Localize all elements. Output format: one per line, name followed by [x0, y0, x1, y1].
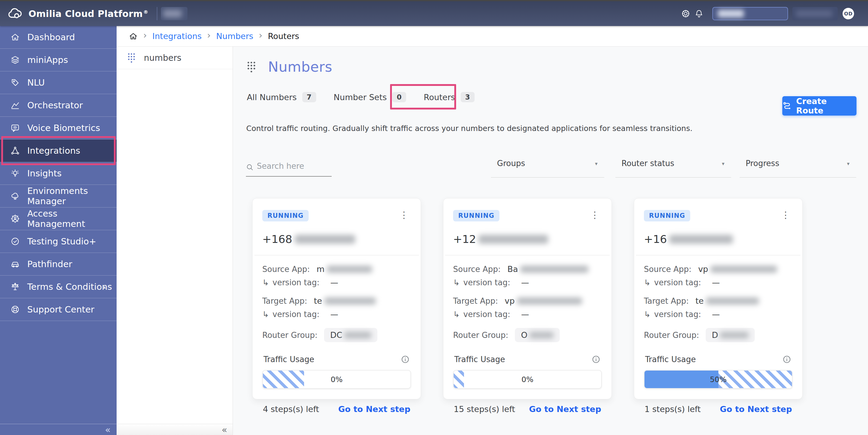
tab-count-badge: 7 [302, 92, 316, 102]
redacted-app-name [324, 297, 376, 305]
traffic-usage-label: Traffic Usage [264, 355, 314, 364]
redacted-group-name [720, 332, 749, 338]
tab-routers[interactable]: Routers 3 [424, 92, 474, 102]
version-tag-value: — [331, 278, 338, 287]
groups-select[interactable]: Groups ▾ [491, 159, 604, 177]
omilia-cloud-logo-icon [7, 7, 23, 20]
router-group-chip: DC [324, 328, 377, 342]
sidebar-item-pathfinder[interactable]: Pathfinder [0, 253, 117, 276]
target-app-label: Target App: [262, 297, 307, 305]
version-tag-label: version tag: [273, 310, 319, 319]
progress-select[interactable]: Progress ▾ [740, 159, 856, 177]
progress-percent: 0% [263, 371, 410, 388]
go-to-next-step-link[interactable]: Go to Next step [529, 404, 601, 414]
route-icon [782, 101, 792, 111]
kebab-menu-icon[interactable]: ⋮ [397, 210, 411, 220]
environment-selector[interactable] [712, 7, 788, 20]
sidebar-item-dashboard[interactable]: Dashboard [0, 26, 117, 49]
traffic-usage-label: Traffic Usage [645, 355, 696, 364]
redacted-group-name [529, 332, 554, 338]
search-input[interactable] [246, 162, 332, 177]
breadcrumb-link-numbers[interactable]: Numbers [216, 31, 253, 41]
dropdown-arrow-icon: ▾ [847, 161, 849, 167]
traffic-progress-bar: 0% [453, 370, 602, 389]
version-tag-value: — [521, 278, 529, 287]
notifications-bell-icon[interactable] [692, 7, 706, 20]
version-tag-row: ↳ version tag: — [644, 310, 793, 319]
sidebar-item-integrations[interactable]: Integrations [0, 139, 117, 162]
redacted-app-name [711, 266, 777, 273]
steps-left: 4 steps(s) left [263, 404, 319, 414]
redacted-app-name [706, 297, 759, 305]
version-tag-row: ↳ version tag: — [644, 278, 793, 287]
breadcrumb-home-icon[interactable] [129, 32, 138, 41]
help-icon[interactable] [679, 7, 692, 20]
phone-number: +168 [262, 233, 411, 245]
kebab-menu-icon[interactable]: ⋮ [588, 210, 602, 220]
target-app-value: te [695, 296, 759, 305]
redacted-environment-name [718, 10, 744, 18]
source-app-value: m [316, 264, 372, 274]
secondary-sidebar-collapse-button[interactable]: « [117, 424, 232, 435]
branch-arrow-icon: ↳ [262, 278, 269, 287]
router-card: RUNNING ⋮ +12 Source App: Ba ↳ version t… [443, 198, 612, 399]
sidebar-item-nlu[interactable]: NLU [0, 71, 117, 94]
branch-arrow-icon: ↳ [262, 310, 269, 319]
breadcrumb-link-integrations[interactable]: Integrations [152, 31, 202, 41]
sidebar-item-testing-studio[interactable]: Testing Studio+ [0, 230, 117, 253]
tab-all-numbers[interactable]: All Numbers 7 [247, 92, 316, 102]
sidebar-item-orchestrator[interactable]: Orchestrator [0, 94, 117, 117]
tab-number-sets[interactable]: Number Sets 0 [334, 92, 406, 102]
create-route-button[interactable]: Create Route [782, 96, 857, 115]
dialpad-icon [246, 60, 256, 73]
sidebar-item-label: miniApps [27, 55, 68, 65]
router-card: RUNNING ⋮ +168 Source App: m ↳ version t… [252, 198, 421, 399]
version-tag-row: ↳ version tag: — [262, 278, 411, 287]
kebab-menu-icon[interactable]: ⋮ [779, 210, 793, 220]
sidebar-item-miniapps[interactable]: miniApps [0, 49, 117, 71]
top-navbar: Omilia Cloud Platform® OD [0, 0, 868, 26]
search-box [246, 162, 332, 177]
redacted-phone [669, 235, 733, 244]
brand-title: Omilia Cloud Platform® [28, 8, 148, 19]
sidebar-item-label: Environments Manager [27, 186, 117, 206]
source-app-row: Source App: Ba [453, 264, 602, 274]
sidebar-item-insights[interactable]: Insights [0, 162, 117, 185]
page-description: Control traffic routing. Gradually shift… [246, 124, 692, 133]
sidebar-item-access-management[interactable]: Access Management [0, 207, 117, 230]
card-footer: 1 steps(s) left Go to Next step [644, 404, 793, 414]
router-status-select[interactable]: Router status ▾ [615, 159, 731, 177]
branch-arrow-icon: ↳ [644, 278, 651, 287]
info-icon[interactable] [591, 355, 600, 364]
steps-left: 15 steps(s) left [454, 404, 515, 414]
redacted-group-name [344, 332, 371, 338]
sidebar-item-support-center[interactable]: Support Center [0, 298, 117, 321]
breadcrumb-current-routers: Routers [268, 31, 299, 41]
go-to-next-step-link[interactable]: Go to Next step [720, 404, 792, 414]
user-avatar[interactable]: OD [842, 8, 854, 20]
sidebar-item-terms-conditions[interactable]: Terms & Conditions ▴ [0, 276, 117, 298]
branch-arrow-icon: ↳ [453, 278, 460, 287]
tabs: All Numbers 7 Number Sets 0 Routers 3 [247, 92, 492, 102]
go-to-next-step-link[interactable]: Go to Next step [338, 404, 410, 414]
target-app-row: Target App: vp [453, 296, 602, 305]
cloud-icon [10, 191, 20, 201]
source-app-row: Source App: m [262, 264, 411, 274]
breadcrumb-separator-icon: › [143, 31, 147, 42]
sidebar-collapse-button[interactable]: « [0, 424, 117, 435]
traffic-progress-bar: 0% [262, 370, 411, 389]
version-tag-row: ↳ version tag: — [262, 310, 411, 319]
caret-up-icon[interactable]: ▴ [103, 284, 106, 290]
status-badge: RUNNING [453, 210, 499, 222]
target-app-row: Target App: te [262, 296, 411, 305]
nodes-triangle-icon [10, 146, 20, 156]
traffic-progress-bar: 50% [644, 370, 793, 389]
sidebar-item-voice-biometrics[interactable]: Voice Biometrics [0, 117, 117, 139]
phone-number: +16 [644, 233, 793, 245]
sidebar-item-environments-manager[interactable]: Environments Manager [0, 185, 117, 207]
subsidebar-item-numbers[interactable]: numbers [117, 46, 232, 69]
version-tag-row: ↳ version tag: — [453, 278, 602, 287]
info-icon[interactable] [401, 355, 410, 364]
phone-number: +12 [453, 233, 602, 245]
info-icon[interactable] [782, 355, 792, 364]
